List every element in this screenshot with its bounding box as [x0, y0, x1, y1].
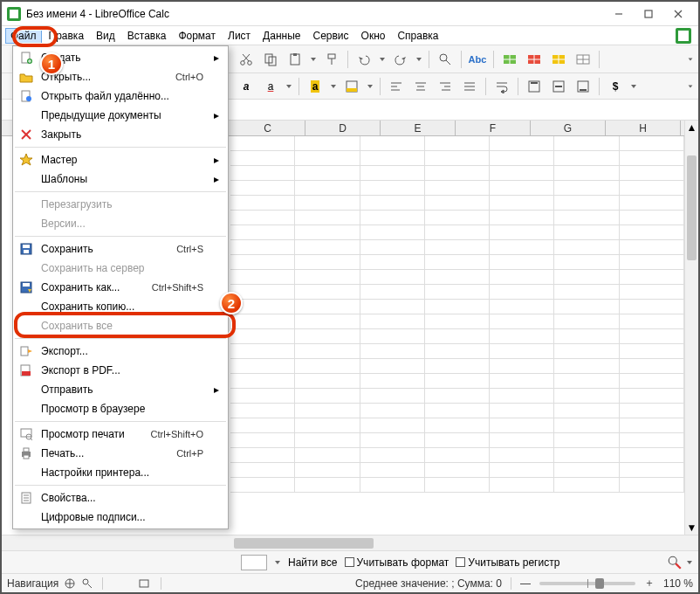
menu-edit[interactable]: Правка	[44, 28, 90, 44]
zoom-slider[interactable]	[539, 582, 635, 585]
file-menu-item[interactable]: Цифровые подписи...	[13, 508, 228, 527]
align-left-icon[interactable]	[386, 76, 407, 97]
col-header[interactable]: G	[531, 121, 606, 135]
currency-icon[interactable]: $	[605, 76, 626, 97]
match-case-checkbox[interactable]: Учитывать регистр	[456, 556, 559, 569]
file-menu-item[interactable]: Создать▸	[13, 48, 228, 67]
minimize-button[interactable]	[604, 5, 634, 23]
currency-dropdown[interactable]	[629, 83, 638, 90]
menu-item-label: Просмотр печати	[41, 428, 143, 440]
menu-file[interactable]: Файл	[5, 28, 42, 44]
find-all-button[interactable]: Найти все	[288, 556, 338, 569]
vertical-scrollbar[interactable]: ▲ ▼	[684, 121, 698, 535]
toolbar-overflow[interactable]	[686, 56, 695, 63]
col-header[interactable]: C	[230, 121, 305, 135]
file-menu-item[interactable]: Закрыть	[13, 125, 228, 144]
font-color-icon[interactable]: a	[236, 76, 257, 97]
highlight-dropdown[interactable]	[329, 83, 338, 90]
quick-save-icon[interactable]	[676, 28, 691, 44]
col-header[interactable]: E	[381, 121, 456, 135]
undo-icon[interactable]	[353, 49, 374, 70]
scroll-thumb[interactable]	[687, 155, 697, 260]
file-menu-item[interactable]: Отправить▸	[13, 380, 228, 399]
match-format-checkbox[interactable]: Учитывать формат	[345, 556, 450, 569]
menu-format[interactable]: Формат	[173, 28, 221, 44]
file-menu-item[interactable]: Сохранить копию...	[13, 297, 228, 316]
format-paint-icon[interactable]	[321, 49, 342, 70]
chevron-down-icon[interactable]	[274, 559, 281, 566]
file-menu-item[interactable]: Просмотр в браузере	[13, 399, 228, 418]
col-header[interactable]: D	[305, 121, 381, 135]
hscroll-thumb[interactable]	[234, 538, 374, 549]
menu-window[interactable]: Окно	[356, 28, 391, 44]
col-header[interactable]: H	[606, 121, 681, 135]
scroll-up-icon[interactable]: ▲	[685, 121, 698, 135]
redo-dropdown[interactable]	[415, 56, 423, 63]
find-input[interactable]	[241, 555, 267, 570]
svg-rect-86	[21, 347, 28, 356]
menu-data[interactable]: Данные	[257, 28, 305, 44]
navigation-label[interactable]: Навигация	[7, 577, 93, 590]
highlight-color-icon[interactable]: a	[305, 76, 326, 97]
spellcheck-icon[interactable]: Abc	[467, 49, 488, 70]
valign-bottom-icon[interactable]	[573, 76, 594, 97]
file-menu-item[interactable]: Открыть файл удалённо...	[13, 86, 228, 106]
blank-icon	[18, 171, 34, 187]
close-button[interactable]	[663, 5, 693, 23]
align-center-icon[interactable]	[410, 76, 431, 97]
wrap-text-icon[interactable]	[491, 76, 512, 97]
svg-point-68	[83, 579, 88, 584]
findbar-overflow-icon[interactable]	[686, 559, 693, 566]
cellstyle1-icon[interactable]	[499, 49, 520, 70]
file-menu-item[interactable]: Экспорт в PDF...	[13, 361, 228, 380]
svg-point-4	[241, 60, 245, 65]
cellstyle2-icon[interactable]	[524, 49, 545, 70]
file-menu-item[interactable]: Экспорт...	[13, 342, 228, 361]
bg-color-dropdown[interactable]	[366, 83, 374, 90]
file-menu-item[interactable]: Мастер▸	[13, 150, 228, 169]
undo-dropdown[interactable]	[378, 56, 387, 63]
file-menu-item[interactable]: Шаблоны▸	[13, 169, 228, 189]
file-menu-item[interactable]: Настройки принтера...	[13, 463, 228, 482]
menu-tools[interactable]: Сервис	[307, 28, 353, 44]
paste-dropdown[interactable]	[309, 56, 318, 63]
insert-mode-icon[interactable]	[138, 577, 152, 591]
blank-icon	[18, 260, 34, 276]
align-right-icon[interactable]	[435, 76, 456, 97]
find-options-icon[interactable]	[667, 555, 683, 570]
zoom-value[interactable]: 110 %	[663, 577, 693, 590]
zoom-in-icon[interactable]: ＋	[644, 576, 655, 591]
font-underline-color-icon[interactable]: a	[260, 76, 281, 97]
file-menu-item[interactable]: Предыдущие документы▸	[13, 106, 228, 125]
svg-marker-52	[501, 90, 504, 93]
zoom-out-icon[interactable]: —	[520, 577, 531, 590]
copy-icon[interactable]	[260, 49, 281, 70]
cut-icon[interactable]	[236, 49, 257, 70]
font-color-dropdown[interactable]	[285, 83, 293, 90]
formatting-overflow[interactable]	[686, 83, 695, 90]
align-justify-icon[interactable]	[459, 76, 480, 97]
bg-color-icon[interactable]	[341, 76, 362, 97]
file-menu-item[interactable]: Сохранить как...Ctrl+Shift+S	[13, 278, 228, 297]
cellstyle4-icon[interactable]	[573, 49, 594, 70]
menu-sheet[interactable]: Лист	[223, 28, 256, 44]
file-menu-item[interactable]: Открыть...Ctrl+O	[13, 67, 228, 86]
horizontal-scrollbar[interactable]	[230, 536, 698, 550]
file-menu-item[interactable]: Свойства...	[13, 488, 228, 508]
paste-icon[interactable]	[285, 49, 305, 70]
menu-view[interactable]: Вид	[91, 28, 120, 44]
maximize-button[interactable]	[634, 5, 663, 23]
col-header[interactable]: F	[456, 121, 531, 135]
file-menu-item[interactable]: Просмотр печатиCtrl+Shift+O	[13, 425, 228, 444]
menu-insert[interactable]: Вставка	[122, 28, 172, 44]
find-icon[interactable]	[435, 49, 456, 70]
file-menu-item[interactable]: Печать...Ctrl+P	[13, 444, 228, 463]
valign-middle-icon[interactable]	[548, 76, 569, 97]
menu-help[interactable]: Справка	[392, 28, 443, 44]
save-as-icon	[18, 280, 34, 295]
scroll-down-icon[interactable]: ▼	[685, 521, 698, 535]
cellstyle3-icon[interactable]	[548, 49, 569, 70]
file-menu-item[interactable]: СохранитьCtrl+S	[13, 239, 228, 259]
redo-icon[interactable]	[390, 49, 411, 70]
valign-top-icon[interactable]	[524, 76, 545, 97]
